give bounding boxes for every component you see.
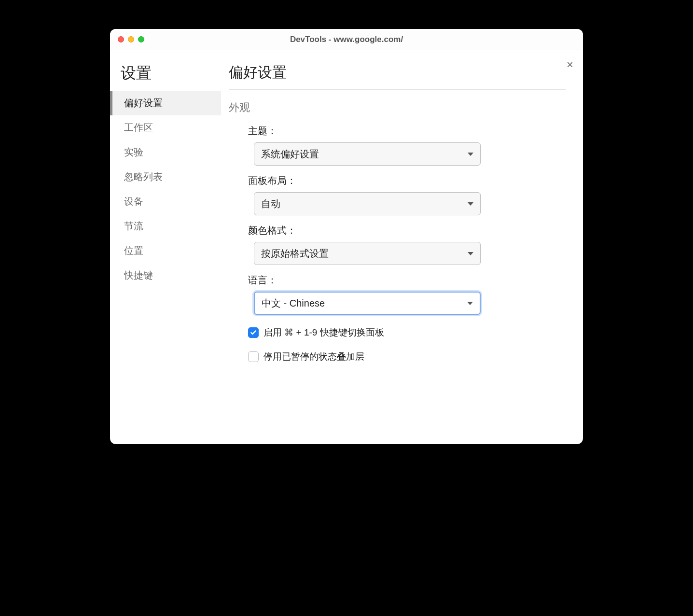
- chevron-down-icon: [467, 302, 473, 305]
- section-appearance: 外观: [229, 100, 566, 115]
- sidebar-item-devices[interactable]: 设备: [110, 189, 221, 214]
- theme-label: 主题：: [248, 125, 566, 138]
- color-format-select-value: 按原始格式设置: [261, 247, 329, 260]
- chevron-down-icon: [468, 252, 473, 255]
- field-theme: 主题： 系统偏好设置: [248, 125, 566, 166]
- window-controls: [110, 36, 144, 42]
- disable-overlay-label: 停用已暂停的状态叠加层: [263, 350, 364, 363]
- appearance-fields: 主题： 系统偏好设置 面板布局： 自动 颜色格式：: [229, 115, 566, 363]
- sidebar-item-preferences[interactable]: 偏好设置: [110, 91, 221, 115]
- sidebar-item-workspace[interactable]: 工作区: [110, 115, 221, 140]
- sidebar-item-throttling[interactable]: 节流: [110, 214, 221, 238]
- language-label: 语言：: [248, 274, 566, 287]
- theme-select-value: 系统偏好设置: [261, 148, 319, 161]
- field-panel-layout: 面板布局： 自动: [248, 174, 566, 215]
- sidebar-item-ignore-list[interactable]: 忽略列表: [110, 165, 221, 189]
- settings-body: × 设置 偏好设置 工作区 实验 忽略列表 设备 节流 位置 快捷键 偏好设置 …: [110, 50, 583, 444]
- color-format-label: 颜色格式：: [248, 224, 566, 237]
- maximize-window-button[interactable]: [138, 36, 144, 42]
- checkbox-row-shortcut: 启用 ⌘ + 1-9 快捷键切换面板: [248, 326, 566, 339]
- panel-layout-label: 面板布局：: [248, 174, 566, 187]
- enable-shortcut-checkbox[interactable]: [248, 327, 259, 338]
- sidebar-item-experiments[interactable]: 实验: [110, 140, 221, 165]
- panel-layout-select[interactable]: 自动: [254, 192, 481, 215]
- sidebar-item-shortcuts[interactable]: 快捷键: [110, 263, 221, 288]
- close-icon[interactable]: ×: [567, 59, 573, 70]
- disable-overlay-checkbox[interactable]: [248, 351, 259, 362]
- field-color-format: 颜色格式： 按原始格式设置: [248, 224, 566, 265]
- language-select-value: 中文 - Chinese: [262, 297, 325, 310]
- enable-shortcut-label: 启用 ⌘ + 1-9 快捷键切换面板: [263, 326, 384, 339]
- check-icon: [250, 329, 257, 336]
- chevron-down-icon: [468, 153, 473, 156]
- settings-sidebar: 设置 偏好设置 工作区 实验 忽略列表 设备 节流 位置 快捷键: [110, 50, 221, 444]
- sidebar-item-locations[interactable]: 位置: [110, 238, 221, 263]
- checkbox-row-overlay: 停用已暂停的状态叠加层: [248, 350, 566, 363]
- theme-select[interactable]: 系统偏好设置: [254, 142, 481, 166]
- page-title: 偏好设置: [229, 63, 566, 90]
- sidebar-nav: 偏好设置 工作区 实验 忽略列表 设备 节流 位置 快捷键: [110, 91, 221, 288]
- panel-layout-select-value: 自动: [261, 197, 280, 210]
- chevron-down-icon: [468, 202, 473, 206]
- settings-main: 偏好设置 外观 主题： 系统偏好设置 面板布局： 自动: [221, 50, 583, 444]
- color-format-select[interactable]: 按原始格式设置: [254, 242, 481, 265]
- devtools-settings-window: DevTools - www.google.com/ × 设置 偏好设置 工作区…: [110, 29, 583, 444]
- field-language: 语言： 中文 - Chinese: [248, 274, 566, 315]
- sidebar-title: 设置: [110, 63, 221, 91]
- minimize-window-button[interactable]: [128, 36, 134, 42]
- titlebar: DevTools - www.google.com/: [110, 29, 583, 50]
- language-select[interactable]: 中文 - Chinese: [254, 292, 481, 315]
- window-title: DevTools - www.google.com/: [110, 35, 583, 44]
- close-window-button[interactable]: [118, 36, 124, 42]
